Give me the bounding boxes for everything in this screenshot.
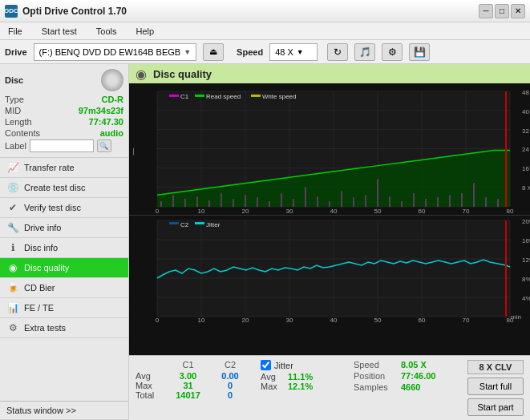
svg-text:10: 10 (198, 317, 205, 324)
eject-button[interactable]: ⏏ (203, 43, 224, 61)
stats-total-c1: 14017 (166, 390, 210, 400)
drive-dropdown[interactable]: (F:) BENQ DVD DD EW164B BEGB ▼ (34, 43, 197, 61)
svg-rect-102 (169, 222, 179, 224)
nav-label-fe-te: FE / TE (24, 303, 54, 313)
type-label: Type (5, 95, 24, 104)
title-bar: ODC Opti Drive Control 1.70 ─ □ ✕ (0, 0, 530, 22)
mid-value: 97m34s23f (79, 106, 123, 115)
speed-info-samples-label: Samples (354, 382, 398, 392)
nav-label-cd-bier: CD Bier (24, 283, 55, 293)
audio-button[interactable]: 🎵 (354, 43, 375, 61)
svg-text:min: min (511, 313, 521, 321)
stats-max-c2: 0 (210, 381, 250, 390)
minimize-button[interactable]: ─ (479, 4, 493, 18)
speed-value: 48 X (275, 47, 293, 57)
svg-text:70: 70 (463, 317, 470, 324)
svg-text:0: 0 (156, 317, 160, 324)
length-label: Length (5, 117, 32, 127)
close-button[interactable]: ✕ (511, 4, 525, 18)
start-part-button[interactable]: Start part (467, 398, 524, 416)
speed-info-speed-label: Speed (354, 360, 398, 370)
sidebar-item-fe-te[interactable]: 📊 FE / TE (0, 298, 128, 318)
menu-help[interactable]: Help (132, 26, 157, 37)
svg-rect-37 (251, 95, 261, 97)
sidebar-item-extra-tests[interactable]: ⚙ Extra tests (0, 318, 128, 338)
speed-dropdown-arrow-icon: ▼ (297, 48, 304, 56)
transfer-rate-icon: 📈 (6, 162, 19, 173)
jitter-section: Jitter Avg 11.1% Max 12.1% (261, 360, 349, 391)
sidebar-item-create-test-disc[interactable]: 💿 Create test disc (0, 178, 128, 198)
sidebar-item-disc-info[interactable]: ℹ Disc info (0, 238, 128, 258)
svg-text:—: — (129, 147, 137, 155)
svg-text:40: 40 (330, 208, 338, 215)
svg-text:50: 50 (374, 317, 382, 324)
svg-text:Jitter: Jitter (206, 221, 220, 228)
speed-info-samples-val: 4660 (401, 382, 420, 392)
sidebar-item-cd-bier[interactable]: 🍺 CD Bier (0, 278, 128, 298)
disc-label-btn[interactable]: 🔍 (97, 139, 111, 152)
save-button[interactable]: 💾 (409, 43, 430, 61)
sidebar: Disc Type CD-R MID 97m34s23f Length 77:4… (0, 64, 129, 420)
chart-title: Disc quality (153, 68, 212, 80)
svg-text:8%: 8% (522, 276, 530, 283)
stats-c1-header: C1 (166, 360, 210, 370)
sidebar-item-disc-quality[interactable]: ◉ Disc quality (0, 258, 128, 278)
stats-avg-c2: 0.00 (210, 371, 250, 381)
speed-info-section: Speed 8.05 X Position 77:46.00 Samples 4… (354, 360, 458, 392)
restore-button[interactable]: □ (495, 4, 509, 18)
drive-label: Drive (5, 47, 27, 57)
svg-rect-35 (195, 95, 204, 97)
nav-label-drive-info: Drive info (24, 223, 61, 232)
svg-text:30: 30 (286, 317, 293, 324)
jitter-checkbox[interactable] (261, 360, 271, 370)
stats-max-label: Max (136, 381, 166, 390)
content-area: ◉ Disc quality (129, 64, 530, 420)
extra-tests-icon: ⚙ (6, 322, 19, 333)
stats-avg-c1: 3.00 (166, 371, 210, 381)
menu-file[interactable]: File (5, 26, 26, 37)
stats-total-c2: 0 (210, 390, 250, 400)
menu-start-test[interactable]: Start test (38, 26, 80, 37)
nav-label-transfer-rate: Transfer rate (24, 163, 75, 172)
stats-area: C1 C2 Avg 3.00 0.00 Max 31 0 Total 14017… (129, 355, 530, 420)
start-full-button[interactable]: Start full (467, 378, 524, 395)
jitter-max-val: 12.1% (288, 382, 313, 391)
disc-label-input[interactable] (30, 139, 94, 152)
svg-text:40 X: 40 X (522, 108, 530, 115)
nav-label-create-test-disc: Create test disc (24, 183, 85, 192)
svg-text:Write speed: Write speed (262, 93, 297, 100)
verify-test-disc-icon: ✔ (6, 202, 19, 213)
sidebar-item-status-window[interactable]: Status window >> (0, 401, 128, 420)
sidebar-item-drive-info[interactable]: 🔧 Drive info (0, 218, 128, 238)
svg-text:4%: 4% (522, 295, 530, 302)
refresh-button[interactable]: ↻ (327, 43, 348, 61)
jitter-max-label: Max (261, 382, 285, 391)
svg-text:16 X: 16 X (522, 165, 530, 172)
chart-top: 48 X 40 X 32 X 24 X 16 X 8 X 0 10 20 30 … (129, 83, 530, 216)
type-value: CD-R (102, 95, 124, 104)
speed-mode-badge: 8 X CLV (467, 360, 524, 374)
svg-text:10: 10 (198, 208, 205, 215)
sidebar-item-verify-test-disc[interactable]: ✔ Verify test disc (0, 198, 128, 218)
stats-avg-label: Avg (136, 371, 166, 381)
svg-text:8 X: 8 X (522, 184, 530, 192)
disc-title: Disc (5, 75, 23, 85)
menu-tools[interactable]: Tools (93, 26, 120, 37)
svg-text:12%: 12% (522, 256, 530, 264)
app-title: Opti Drive Control 1.70 (22, 6, 127, 17)
settings-button[interactable]: ⚙ (382, 43, 403, 61)
disc-quality-icon: ◉ (6, 262, 19, 273)
nav-label-disc-info: Disc info (24, 243, 58, 252)
sidebar-item-transfer-rate[interactable]: 📈 Transfer rate (0, 158, 128, 178)
disc-section: Disc Type CD-R MID 97m34s23f Length 77:4… (0, 64, 128, 158)
svg-text:C2: C2 (180, 221, 189, 228)
chart-bottom: 20% 16% 12% 8% 4% 0 10 20 30 40 50 60 70… (129, 216, 530, 324)
contents-value: audio (100, 128, 123, 138)
speed-label: Speed (237, 47, 263, 57)
speed-dropdown[interactable]: 48 X ▼ (269, 43, 318, 61)
app-icon: ODC (5, 5, 18, 18)
nav-label-verify-test-disc: Verify test disc (24, 203, 81, 212)
svg-rect-33 (169, 95, 179, 97)
eject-icon: ⏏ (209, 46, 217, 57)
speed-info-speed-val: 8.05 X (401, 360, 427, 370)
